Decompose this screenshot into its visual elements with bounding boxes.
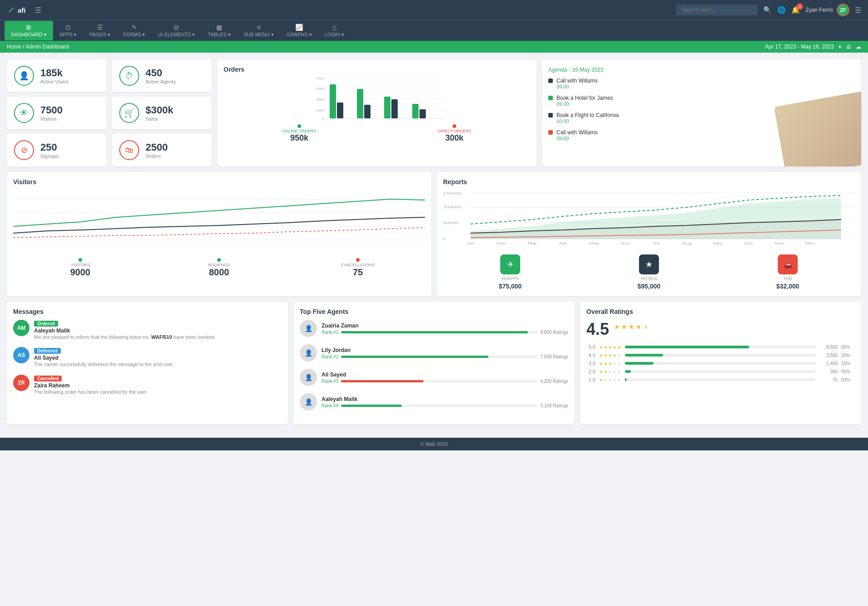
stat-card-active-users: 👤 185k Active Users (7, 59, 107, 92)
rating-bar-2 (625, 370, 631, 373)
menu-icon[interactable]: ☰ (855, 6, 861, 15)
notification-icon[interactable]: 🔔 8 (791, 6, 800, 14)
login-icon: △ (332, 24, 337, 31)
msg-avatar-1: AM (13, 320, 29, 336)
menu-item-graphs[interactable]: 📈 GRAPHS ▾ (280, 21, 318, 40)
visitors-stats: VISITORS 9000 BOOKINGS 8000 CANCELLATION… (13, 258, 425, 278)
search-input[interactable] (676, 5, 758, 15)
reports-title: Reports (443, 178, 855, 186)
svg-rect-14 (384, 97, 390, 118)
online-orders-value: 950k (224, 133, 375, 143)
rating-bar-3 (625, 362, 653, 365)
taxi-report: 🚗 TAXI $32,000 (721, 254, 855, 290)
menu-item-tables[interactable]: ▦ TABLES ▾ (202, 21, 237, 40)
svg-text:Aug: Aug (682, 241, 692, 245)
taxi-label: TAXI (783, 276, 792, 281)
menu-label-apps: APPS ▾ (59, 32, 77, 38)
print-icon[interactable]: 🖨 (846, 44, 851, 50)
signups-value: 250 (40, 142, 59, 153)
svg-text:50000: 50000 (443, 221, 458, 225)
star-2: ★ (621, 323, 627, 331)
hamburger-icon[interactable]: ☰ (35, 6, 41, 15)
visitors-card: Visitors (7, 172, 431, 296)
agenda-card: Agenda - 16 May 2023 Call with Willams 0… (542, 59, 861, 166)
agent-name-2: Lily Jordan (322, 347, 568, 353)
overall-stars: ★ ★ ★ ★ ★ (614, 323, 649, 331)
flights-icon: ✈ (500, 254, 520, 274)
stat-card-orders: 🛍 2500 Orders (112, 134, 212, 166)
direct-orders-stat: DIRECT ORDERS 300k (379, 124, 530, 143)
stats-col-2: ⏱ 450 Active Agents 🛒 $300k Sales 🛍 2500… (112, 59, 212, 166)
visitors-green-dot (78, 258, 82, 262)
report-icons-row: ✈ FLIGHTS $75,000 ★ HOTELS $95,000 🚗 TAX… (443, 254, 855, 290)
search-icon[interactable]: 🔍 (763, 6, 772, 14)
svg-text:6000: 6000 (316, 87, 324, 91)
menu-item-pages[interactable]: ☰ PAGES ▾ (83, 21, 117, 40)
svg-rect-16 (412, 104, 419, 118)
rating-count-3: 1,400 (819, 361, 838, 366)
svg-text:Feb: Feb (497, 241, 506, 245)
agenda-title: Agenda - 16 May 2023 (548, 66, 855, 73)
agent-rating-1: 9,800 Ratings (540, 330, 568, 335)
menu-item-forms[interactable]: ✎ FORMS ▾ (117, 21, 151, 40)
menu-label-ui-elements: UI ELEMENTS ▾ (158, 32, 195, 38)
menu-bar: ⊞ DASHBOARD ▾ ⊡ APPS ▾ ☰ PAGES ▾ ✎ FORMS… (0, 20, 868, 41)
rating-pct-3: 15% (841, 361, 855, 366)
svg-text:May: May (589, 241, 600, 245)
star-1: ★ (614, 323, 620, 331)
date-range: Apr 17, 2023 - May 16, 2023 (765, 44, 834, 50)
agent-rating-4: 3,100 Ratings (540, 403, 568, 408)
globe-icon[interactable]: 🌐 (777, 6, 786, 14)
direct-orders-value: 300k (379, 133, 530, 143)
active-agents-value: 450 (146, 67, 176, 79)
cloud-icon[interactable]: ☁ (856, 44, 861, 50)
rating-stars-4: ★★★★★ (599, 353, 621, 358)
user-avatar[interactable]: ZF (837, 4, 849, 16)
chevron-down-icon[interactable]: ▾ (839, 44, 841, 50)
agent-avatar-1: 👤 (300, 320, 317, 337)
svg-text:Jun: Jun (620, 241, 629, 245)
active-agents-label: Active Agents (146, 79, 176, 84)
apps-icon: ⊡ (65, 24, 71, 31)
active-agents-icon: ⏱ (119, 66, 139, 86)
bookings-green-dot (217, 258, 221, 262)
active-users-label: Active Users (40, 79, 68, 84)
menu-label-graphs: GRAPHS ▾ (287, 32, 312, 38)
menu-item-login[interactable]: △ LOGIN ▾ (318, 21, 351, 40)
orders-card: Orders 8000 6000 4000 2000 0 (217, 59, 536, 166)
hotels-label: HOTELS (641, 276, 657, 281)
signups-label: Signups (40, 153, 59, 159)
svg-text:0: 0 (322, 117, 325, 121)
msg-name-1: Aaleyah Malik (34, 327, 216, 334)
rating-row-5: 5.0 ★★★★★ 8,500 65% (586, 344, 855, 350)
msg-text-2: The carrier successfully delivered the m… (34, 361, 174, 368)
logo: ⟋ afi (7, 5, 26, 15)
menu-item-ui-elements[interactable]: ⊟ UI ELEMENTS ▾ (151, 21, 201, 40)
visitors-stat-cancellations: CANCELLATIONS 75 (291, 258, 425, 278)
menu-item-sub-menu[interactable]: ≡ SUB MENU ▾ (237, 21, 280, 40)
rating-label-5: 5.0 (586, 344, 595, 350)
orders-bar-chart: 8000 6000 4000 2000 0 (238, 78, 530, 121)
star-3: ★ (628, 323, 634, 331)
graphs-icon: 📈 (295, 24, 303, 31)
messages-title: Messages (13, 308, 282, 315)
orders-label: Orders (146, 153, 168, 159)
rating-count-5: 8,500 (819, 345, 838, 350)
active-users-value: 185k (40, 67, 68, 79)
svg-rect-17 (419, 109, 426, 118)
menu-label-sub-menu: SUB MENU ▾ (244, 32, 274, 38)
svg-text:Oct: Oct (744, 241, 753, 245)
orders-summary: ONLINE ORDERS 950k DIRECT ORDERS 300k (224, 124, 530, 143)
footer: © Wafi 2020 (0, 438, 868, 450)
menu-item-dashboard[interactable]: ⊞ DASHBOARD ▾ (5, 21, 53, 40)
breadcrumb-home[interactable]: Home (7, 44, 21, 50)
menu-item-apps[interactable]: ⊡ APPS ▾ (53, 21, 83, 40)
svg-text:8000: 8000 (316, 78, 324, 80)
third-row: Messages AM Ordered Aaleyah Malik We are… (7, 302, 861, 424)
rating-pct-2: 05% (841, 369, 855, 374)
agent-info-2: Lily Jordan Rank #2 7,500 Ratings (322, 347, 568, 359)
agent-bar-2 (341, 356, 488, 358)
agent-rank-1: Rank #1 (322, 330, 338, 335)
active-agents-info: 450 Active Agents (146, 67, 176, 84)
svg-text:4000: 4000 (316, 98, 324, 102)
